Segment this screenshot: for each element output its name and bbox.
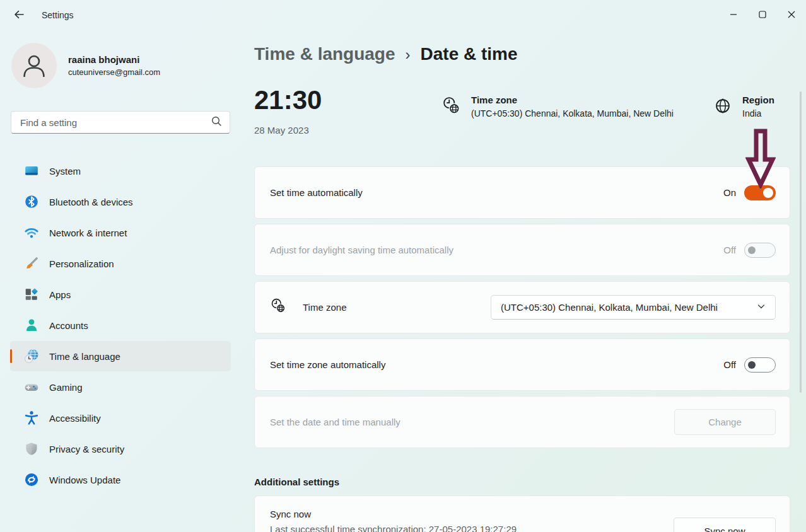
timezone-title: Time zone	[471, 95, 674, 105]
maximize-button[interactable]	[748, 0, 777, 30]
current-date: 28 May 2023	[254, 125, 790, 136]
account-name: raaina bhojwani	[68, 54, 160, 65]
selected-indicator	[10, 349, 12, 363]
timezone-dropdown[interactable]: (UTC+05:30) Chennai, Kolkata, Mumbai, Ne…	[491, 295, 776, 320]
sidebar-item-label: Time & language	[49, 351, 120, 362]
sidebar-item-label: Bluetooth & devices	[49, 197, 133, 207]
minimize-icon	[730, 11, 737, 20]
setting-label: Time zone	[303, 302, 346, 313]
sidebar-item-accounts[interactable]: Accounts	[10, 310, 231, 340]
account-email: cuteuniverse@gmail.com	[68, 67, 160, 77]
minimize-button[interactable]	[719, 0, 748, 30]
main-content: Time & language › Date & time 21:30 28 M…	[241, 30, 806, 532]
sync-title: Sync now	[270, 509, 674, 519]
back-arrow-icon	[13, 8, 25, 23]
sidebar-item-label: Gaming	[49, 382, 83, 393]
timezone-icon	[441, 96, 462, 119]
avatar	[11, 43, 57, 88]
sidebar-item-apps[interactable]: Apps	[10, 279, 231, 309]
timezone-card-icon	[270, 298, 287, 317]
card-manual-datetime: Set the date and time manually Change	[254, 396, 790, 448]
daylight-saving-toggle[interactable]	[744, 243, 776, 258]
time-language-icon	[24, 349, 39, 364]
sidebar-item-gaming[interactable]: Gaming	[10, 372, 231, 402]
change-button[interactable]: Change	[674, 409, 776, 435]
region-globe-icon	[713, 96, 733, 119]
region-value: India	[742, 108, 774, 119]
accessibility-icon	[24, 410, 39, 425]
sidebar-item-bluetooth-devices[interactable]: Bluetooth & devices	[10, 187, 231, 217]
timezone-summary: Time zone (UTC+05:30) Chennai, Kolkata, …	[441, 95, 674, 119]
sidebar-item-windows-update[interactable]: Windows Update	[10, 465, 231, 495]
card-sync-now: Sync now Last successful time synchroniz…	[254, 495, 790, 532]
toggle-state-label: On	[723, 187, 736, 198]
card-daylight-saving: Adjust for daylight saving time automati…	[254, 224, 790, 276]
sidebar-item-personalization[interactable]: Personalization	[10, 248, 231, 279]
timezone-dropdown-value: (UTC+05:30) Chennai, Kolkata, Mumbai, Ne…	[501, 302, 718, 313]
sidebar-nav: System Bluetooth & devices Network & int…	[0, 155, 241, 495]
gaming-icon	[24, 379, 39, 395]
region-summary: Region India	[713, 95, 774, 119]
sidebar-item-label: Apps	[49, 289, 71, 300]
account-block: raaina bhojwani cuteuniverse@gmail.com	[11, 43, 160, 88]
sidebar-item-system[interactable]: System	[10, 156, 231, 186]
window-controls	[719, 0, 806, 30]
toggle-state-label: Off	[723, 245, 736, 255]
setting-label: Set time automatically	[270, 187, 723, 198]
card-set-time-automatically: Set time automatically On	[254, 166, 790, 219]
breadcrumb-separator-icon: ›	[406, 46, 411, 64]
page-title: Date & time	[421, 44, 518, 64]
windows-update-icon	[24, 472, 39, 487]
maximize-icon	[759, 11, 766, 20]
card-time-zone: Time zone (UTC+05:30) Chennai, Kolkata, …	[254, 281, 790, 333]
setting-label: Set the date and time manually	[270, 417, 674, 427]
sidebar-item-label: Accounts	[49, 320, 88, 331]
titlebar: Settings	[0, 0, 806, 30]
chevron-down-icon	[757, 302, 766, 313]
region-title: Region	[742, 95, 774, 105]
personalization-icon	[24, 256, 39, 271]
close-icon	[788, 11, 795, 20]
search-icon	[211, 115, 222, 129]
sidebar-item-label: System	[49, 166, 81, 176]
set-timezone-automatically-toggle[interactable]	[744, 357, 776, 373]
accounts-icon	[24, 318, 39, 333]
bluetooth-icon	[24, 194, 39, 209]
sidebar-item-label: Windows Update	[49, 475, 120, 485]
card-set-timezone-automatically: Set time zone automatically Off	[254, 338, 790, 391]
timezone-value: (UTC+05:30) Chennai, Kolkata, Mumbai, Ne…	[471, 108, 674, 119]
back-button[interactable]	[6, 4, 32, 26]
sync-now-button[interactable]: Sync now	[674, 518, 776, 532]
breadcrumb: Time & language › Date & time	[254, 44, 806, 64]
close-button[interactable]	[777, 0, 806, 30]
set-time-automatically-toggle[interactable]	[744, 185, 776, 200]
sidebar-item-label: Network & internet	[49, 228, 127, 238]
sync-last-success: Last successful time synchronization: 27…	[270, 524, 674, 532]
apps-icon	[24, 287, 39, 302]
sidebar-item-time-language[interactable]: Time & language	[10, 341, 231, 371]
setting-label: Adjust for daylight saving time automati…	[270, 245, 723, 255]
sidebar: raaina bhojwani cuteuniverse@gmail.com S…	[0, 30, 241, 532]
search-box	[11, 111, 230, 134]
datetime-header: 21:30 28 May 2023 Time zone (UTC+05:30) …	[254, 86, 790, 166]
sidebar-item-network-internet[interactable]: Network & internet	[10, 217, 231, 248]
system-icon	[24, 163, 39, 178]
section-header-additional-settings: Additional settings	[254, 477, 790, 487]
search-input[interactable]	[20, 117, 211, 128]
sidebar-item-label: Privacy & security	[49, 444, 124, 454]
sidebar-item-label: Accessibility	[49, 413, 101, 424]
scrollbar-thumb[interactable]	[800, 91, 802, 393]
breadcrumb-parent[interactable]: Time & language	[254, 44, 395, 64]
toggle-state-label: Off	[723, 359, 736, 370]
setting-label: Set time zone automatically	[270, 359, 723, 370]
app-title: Settings	[42, 10, 74, 20]
sidebar-item-accessibility[interactable]: Accessibility	[10, 403, 231, 433]
sidebar-item-label: Personalization	[49, 258, 114, 269]
sidebar-item-privacy-security[interactable]: Privacy & security	[10, 434, 231, 464]
network-icon	[24, 225, 39, 240]
privacy-icon	[24, 441, 39, 456]
settings-cards: Set time automatically On Adjust for day…	[254, 166, 790, 532]
